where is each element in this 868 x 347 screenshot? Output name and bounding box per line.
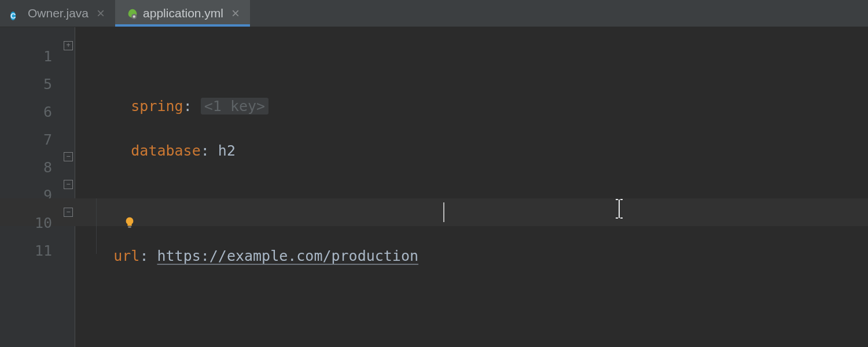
close-icon[interactable]: × <box>94 6 107 20</box>
class-icon: C <box>10 8 22 19</box>
close-icon[interactable]: × <box>229 6 242 20</box>
code-line[interactable]: 7 <box>0 115 868 143</box>
editor[interactable]: 1 + spring: <1 key> 5 6 database: h2 7 8… <box>0 27 868 347</box>
tab-label: Owner.java <box>28 6 89 20</box>
code-line[interactable]: 5 <box>0 60 868 87</box>
fold-collapse-icon[interactable]: − <box>64 152 73 161</box>
fold-collapse-icon[interactable]: − <box>64 208 73 217</box>
text-caret <box>443 202 444 222</box>
tab-strip: C Owner.java × application.yml × <box>0 0 868 27</box>
code-line[interactable]: 11 <box>0 226 868 254</box>
tab-owner-java[interactable]: C Owner.java × <box>0 0 115 27</box>
yml-icon <box>126 8 137 19</box>
line-number: 11 <box>0 237 52 265</box>
tab-application-yml[interactable]: application.yml × <box>115 0 250 27</box>
indent-guide <box>96 198 97 254</box>
fold-expand-icon[interactable]: + <box>64 41 73 50</box>
code-line-current[interactable]: 10 − url: https://example.com/production <box>0 198 868 226</box>
code-line[interactable]: 6 database: h2 <box>0 87 868 115</box>
tab-label: application.yml <box>143 6 223 20</box>
svg-point-1 <box>133 15 135 17</box>
code-line[interactable]: 8 − app: <box>0 143 868 171</box>
code-line[interactable]: 1 + spring: <1 key> <box>0 32 868 60</box>
code-line[interactable]: 9 − deployment: <box>0 171 868 198</box>
fold-collapse-icon[interactable]: − <box>64 180 73 189</box>
